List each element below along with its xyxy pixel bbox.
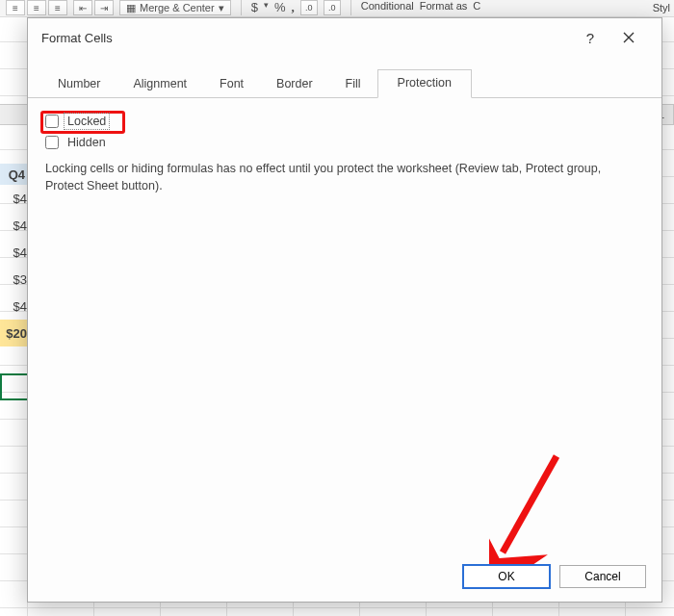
chevron-down-icon: ▾	[219, 2, 224, 14]
align-center-icon[interactable]: ≡	[27, 0, 46, 15]
comma-button[interactable]: ,	[291, 0, 294, 15]
close-button[interactable]	[609, 18, 648, 57]
cancel-button[interactable]: Cancel	[559, 565, 646, 588]
close-icon	[623, 30, 635, 46]
format-cells-dialog: Format Cells ? Number Alignment Font Bor…	[27, 17, 662, 603]
cell-value[interactable]: $4	[0, 212, 29, 239]
locked-checkbox[interactable]	[45, 115, 59, 128]
locked-checkbox-row: Locked	[45, 114, 644, 129]
dialog-titlebar: Format Cells ?	[28, 18, 661, 57]
dialog-tabs: Number Alignment Font Border Fill Protec…	[28, 57, 661, 98]
hidden-label[interactable]: Hidden	[65, 135, 109, 150]
chevron-down-icon[interactable]: ▾	[264, 0, 269, 10]
cell-value[interactable]: $4	[0, 239, 29, 266]
cell-value[interactable]: $4	[0, 293, 29, 320]
tab-fill[interactable]: Fill	[329, 69, 377, 98]
increase-decimal-icon[interactable]: .0	[300, 0, 318, 15]
currency-button[interactable]: $	[251, 0, 258, 14]
protection-tab-body: Locked Hidden Locking cells or hiding fo…	[28, 98, 661, 555]
active-cell-outline	[0, 373, 29, 400]
merge-center-label: Merge & Center	[140, 2, 215, 13]
cell-styles-button-cut1[interactable]: C	[473, 0, 480, 12]
conditional-formatting-button[interactable]: Conditional	[361, 0, 414, 12]
hidden-checkbox-row: Hidden	[45, 135, 644, 150]
align-right-icon[interactable]: ≡	[48, 0, 67, 15]
tab-protection[interactable]: Protection	[377, 69, 472, 98]
indent-decrease-icon[interactable]: ⇤	[73, 0, 92, 15]
tab-border[interactable]: Border	[260, 69, 329, 98]
percent-button[interactable]: %	[274, 0, 286, 14]
align-left-icon[interactable]: ≡	[6, 0, 25, 15]
ribbon: ≡ ≡ ≡ ⇤ ⇥ ▦ Merge & Center ▾ $ ▾ % , .0 …	[0, 0, 674, 17]
dialog-title: Format Cells	[41, 31, 113, 45]
dialog-button-row: OK Cancel	[28, 555, 661, 602]
cell-value[interactable]: $3	[0, 266, 29, 293]
cell-value[interactable]: $4	[0, 185, 29, 212]
indent-increase-icon[interactable]: ⇥	[94, 0, 114, 15]
decrease-decimal-icon[interactable]: .0	[324, 0, 341, 15]
cell-q4-header[interactable]: Q4	[0, 164, 29, 185]
help-button[interactable]: ?	[571, 18, 609, 57]
tab-number[interactable]: Number	[41, 69, 117, 98]
tab-alignment[interactable]: Alignment	[117, 69, 203, 98]
hidden-checkbox[interactable]	[45, 136, 59, 149]
format-as-table-button[interactable]: Format as	[420, 0, 468, 12]
help-icon: ?	[586, 30, 594, 46]
cell-styles-button-cut2: Styl	[653, 2, 670, 13]
protection-description: Locking cells or hiding formulas has no …	[45, 160, 623, 194]
merge-center-icon: ▦	[126, 2, 136, 14]
merge-center-button[interactable]: ▦ Merge & Center ▾	[119, 0, 231, 15]
locked-label[interactable]: Locked	[65, 114, 109, 129]
visible-column-values: $4 $4 $4 $3 $4 $20	[0, 185, 29, 346]
cell-total[interactable]: $20	[0, 320, 29, 346]
ok-button[interactable]: OK	[463, 565, 550, 588]
tab-font[interactable]: Font	[203, 69, 260, 98]
